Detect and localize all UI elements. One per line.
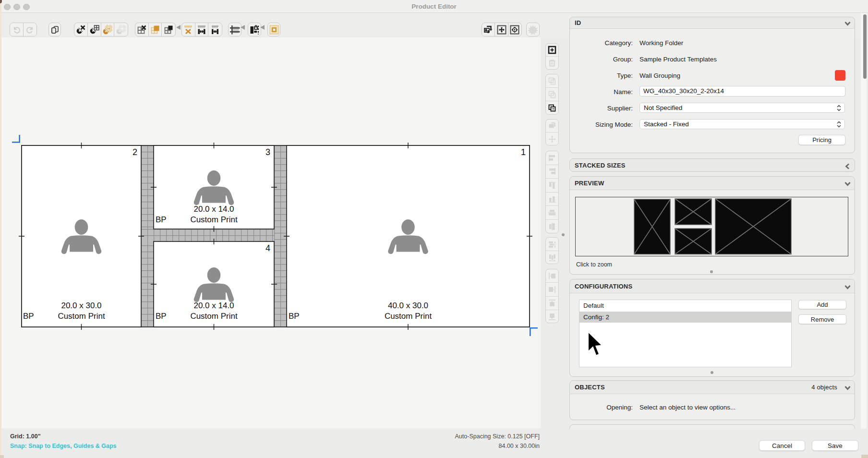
svg-text:20.0 x 14.0: 20.0 x 14.0	[193, 205, 234, 214]
svg-text:4: 4	[265, 243, 270, 253]
svg-text:1: 1	[521, 147, 526, 157]
svg-text:BP: BP	[156, 312, 167, 321]
svg-text:2: 2	[133, 147, 137, 157]
svg-text:Custom Print: Custom Print	[190, 215, 238, 224]
svg-text:Custom Print: Custom Print	[385, 312, 432, 321]
svg-text:3: 3	[265, 147, 270, 157]
svg-text:BP: BP	[23, 312, 34, 321]
svg-text:BP: BP	[156, 215, 167, 224]
svg-text:20.0 x 30.0: 20.0 x 30.0	[61, 301, 101, 310]
svg-text:20.0 x 14.0: 20.0 x 14.0	[193, 301, 234, 310]
svg-text:Custom Print: Custom Print	[190, 312, 238, 321]
svg-text:40.0 x 30.0: 40.0 x 30.0	[388, 301, 428, 310]
svg-text:BP: BP	[289, 312, 300, 321]
svg-text:?: ?	[552, 107, 555, 111]
svg-text:Custom Print: Custom Print	[58, 312, 105, 321]
